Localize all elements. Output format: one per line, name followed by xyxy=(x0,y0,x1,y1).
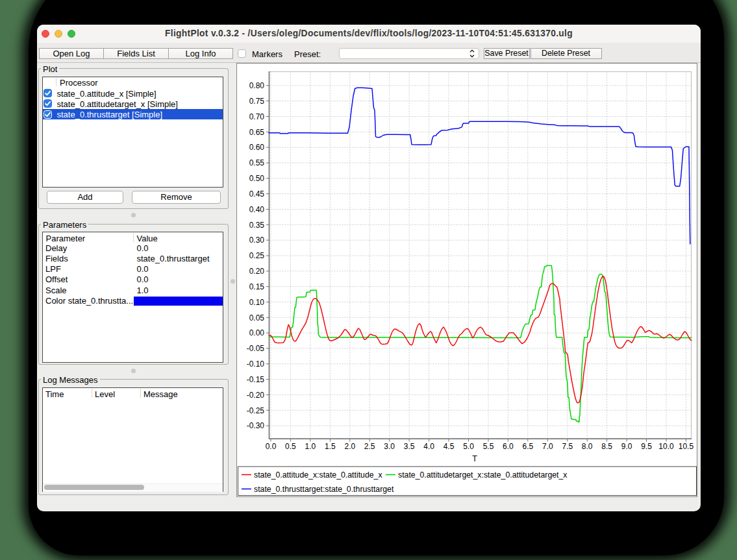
svg-text:9.5: 9.5 xyxy=(641,442,652,451)
svg-text:3.5: 3.5 xyxy=(404,442,415,451)
svg-text:0.80: 0.80 xyxy=(249,81,265,90)
svg-text:0.0: 0.0 xyxy=(266,442,277,451)
svg-text:-0.30: -0.30 xyxy=(247,421,265,430)
svg-text:4.5: 4.5 xyxy=(443,442,455,451)
svg-text:-0.10: -0.10 xyxy=(247,359,265,369)
svg-text:0.15: 0.15 xyxy=(249,282,265,291)
svg-text:8.0: 8.0 xyxy=(582,442,593,451)
svg-text:0.70: 0.70 xyxy=(249,112,265,121)
svg-text:10.5: 10.5 xyxy=(679,442,694,451)
svg-text:0.50: 0.50 xyxy=(249,174,265,183)
svg-text:0.20: 0.20 xyxy=(249,267,265,276)
svg-text:10.0: 10.0 xyxy=(658,442,674,451)
svg-text:8.5: 8.5 xyxy=(601,442,612,451)
svg-text:0.25: 0.25 xyxy=(249,251,265,260)
svg-text:2.5: 2.5 xyxy=(364,442,375,451)
svg-text:0.35: 0.35 xyxy=(249,221,265,230)
svg-text:0.40: 0.40 xyxy=(249,205,265,214)
svg-text:0.45: 0.45 xyxy=(249,189,265,199)
svg-text:6.0: 6.0 xyxy=(503,442,514,451)
svg-text:9.0: 9.0 xyxy=(621,442,632,451)
svg-text:0.05: 0.05 xyxy=(249,313,265,323)
svg-text:state_0.attitudetarget_x:state: state_0.attitudetarget_x:state_0.attitud… xyxy=(398,470,568,480)
svg-text:4.0: 4.0 xyxy=(423,442,434,451)
svg-text:1.0: 1.0 xyxy=(305,442,316,451)
svg-text:7.5: 7.5 xyxy=(562,442,573,451)
svg-text:0.75: 0.75 xyxy=(249,97,265,106)
svg-text:-0.05: -0.05 xyxy=(247,344,265,353)
svg-text:-0.15: -0.15 xyxy=(247,375,265,384)
svg-text:2.0: 2.0 xyxy=(344,442,355,451)
svg-text:0.55: 0.55 xyxy=(249,158,265,167)
svg-text:0.60: 0.60 xyxy=(249,143,265,152)
svg-text:1.5: 1.5 xyxy=(325,442,336,451)
svg-text:5.5: 5.5 xyxy=(483,442,494,451)
svg-text:state_0.attitude_x:state_0.att: state_0.attitude_x:state_0.attitude_x xyxy=(254,470,382,480)
svg-text:3.0: 3.0 xyxy=(384,442,395,451)
svg-text:0.30: 0.30 xyxy=(249,236,265,245)
svg-text:state_0.thrusttarget:state_0.t: state_0.thrusttarget:state_0.thrusttarge… xyxy=(254,485,394,494)
svg-text:-0.25: -0.25 xyxy=(247,406,265,415)
svg-text:0.65: 0.65 xyxy=(249,128,265,137)
svg-text:0.5: 0.5 xyxy=(285,442,296,451)
svg-text:0.00: 0.00 xyxy=(249,328,265,337)
svg-text:7.0: 7.0 xyxy=(542,442,553,451)
svg-text:5.0: 5.0 xyxy=(463,442,474,451)
svg-text:T: T xyxy=(472,454,477,463)
svg-text:0.10: 0.10 xyxy=(249,298,265,307)
svg-text:-0.20: -0.20 xyxy=(247,391,265,400)
svg-text:6.5: 6.5 xyxy=(522,442,533,451)
